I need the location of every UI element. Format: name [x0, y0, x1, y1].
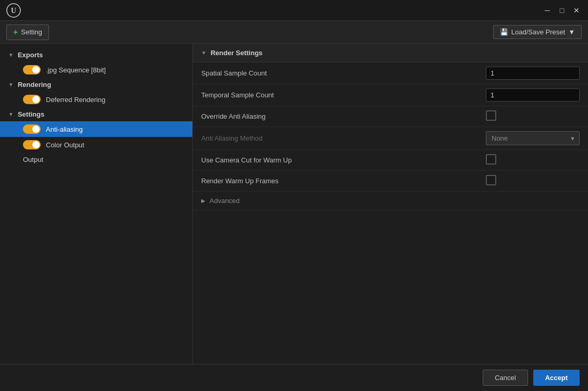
add-setting-label: Setting — [21, 28, 42, 36]
override-anti-aliasing-checkbox[interactable] — [486, 110, 496, 121]
anti-aliasing-method-select[interactable]: None FXAA TAA MSAA — [486, 131, 580, 145]
anti-aliasing-label: Anti-aliasing — [46, 125, 83, 133]
cancel-button[interactable]: Cancel — [483, 370, 528, 386]
accept-button[interactable]: Accept — [533, 370, 580, 386]
svg-text:U: U — [11, 7, 16, 15]
override-anti-aliasing-row: Override Anti Aliasing — [193, 106, 588, 127]
jpg-sequence-toggle[interactable] — [23, 65, 41, 74]
advanced-label: Advanced — [210, 197, 240, 205]
title-bar: U ─ □ ✕ — [0, 0, 588, 21]
load-save-label: Load/Save Preset — [511, 28, 565, 36]
settings-label: Settings — [18, 110, 44, 118]
anti-aliasing-method-label: Anti Aliasing Method — [201, 134, 486, 142]
sidebar-section-exports[interactable]: ▼ Exports — [0, 48, 192, 62]
sidebar-item-color-output[interactable]: Color Output — [0, 137, 192, 153]
plus-icon: + — [13, 28, 18, 37]
exports-label: Exports — [18, 51, 43, 59]
override-anti-aliasing-value — [486, 110, 580, 122]
deferred-rendering-label: Deferred Rendering — [46, 96, 105, 104]
temporal-sample-count-input[interactable] — [486, 89, 580, 102]
render-warm-up-row: Render Warm Up Frames — [193, 171, 588, 192]
sidebar-item-jpg-sequence[interactable]: .jpg Sequence [8bit] — [0, 62, 192, 78]
use-camera-cut-row: Use Camera Cut for Warm Up — [193, 150, 588, 171]
toolbar: + Setting 💾 Load/Save Preset ▼ — [0, 21, 588, 44]
settings-chevron-icon: ▼ — [8, 111, 14, 117]
color-output-label: Color Output — [46, 141, 84, 149]
use-camera-cut-checkbox[interactable] — [486, 154, 496, 165]
minimize-button[interactable]: ─ — [542, 5, 553, 16]
sidebar-section-rendering[interactable]: ▼ Rendering — [0, 78, 192, 92]
anti-aliasing-toggle[interactable] — [23, 124, 41, 134]
render-settings-chevron-icon: ▼ — [201, 50, 206, 56]
temporal-sample-count-row: Temporal Sample Count — [193, 84, 588, 106]
sidebar-item-anti-aliasing[interactable]: Anti-aliasing — [0, 121, 192, 137]
maximize-button[interactable]: □ — [557, 5, 567, 16]
temporal-sample-count-value — [486, 89, 580, 102]
output-label: Output — [23, 156, 43, 163]
content-area: ▼ Render Settings Spatial Sample Count T… — [193, 44, 588, 364]
add-setting-button[interactable]: + Setting — [6, 24, 49, 40]
advanced-row[interactable]: ▶ Advanced — [193, 192, 588, 210]
color-output-toggle[interactable] — [23, 140, 41, 149]
render-warm-up-checkbox[interactable] — [486, 175, 496, 185]
load-save-preset-button[interactable]: 💾 Load/Save Preset ▼ — [493, 25, 582, 39]
dropdown-arrow-icon: ▼ — [568, 28, 575, 36]
anti-aliasing-method-value: None FXAA TAA MSAA ▼ — [486, 131, 580, 145]
bottom-bar: Cancel Accept — [0, 364, 588, 391]
title-bar-left: U — [6, 3, 21, 18]
render-warm-up-label: Render Warm Up Frames — [201, 177, 486, 185]
rendering-label: Rendering — [18, 81, 51, 89]
render-settings-header[interactable]: ▼ Render Settings — [193, 44, 588, 62]
sidebar-section-settings[interactable]: ▼ Settings — [0, 107, 192, 121]
advanced-chevron-icon: ▶ — [201, 198, 205, 204]
use-camera-cut-value — [486, 154, 580, 166]
render-settings-title: Render Settings — [211, 49, 263, 57]
main-layout: ▼ Exports .jpg Sequence [8bit] ▼ Renderi… — [0, 44, 588, 364]
use-camera-cut-label: Use Camera Cut for Warm Up — [201, 156, 486, 164]
override-anti-aliasing-label: Override Anti Aliasing — [201, 112, 486, 120]
save-icon: 💾 — [500, 28, 508, 36]
exports-chevron-icon: ▼ — [8, 52, 14, 58]
ue-logo-icon: U — [6, 3, 21, 18]
spatial-sample-count-row: Spatial Sample Count — [193, 62, 588, 84]
spatial-sample-count-label: Spatial Sample Count — [201, 69, 486, 77]
sidebar-item-deferred-rendering[interactable]: Deferred Rendering — [0, 92, 192, 107]
deferred-rendering-toggle[interactable] — [23, 95, 41, 104]
sidebar: ▼ Exports .jpg Sequence [8bit] ▼ Renderi… — [0, 44, 193, 364]
spatial-sample-count-input[interactable] — [486, 67, 580, 80]
rendering-chevron-icon: ▼ — [8, 82, 14, 87]
jpg-sequence-label: .jpg Sequence [8bit] — [46, 66, 106, 74]
anti-aliasing-method-row: Anti Aliasing Method None FXAA TAA MSAA … — [193, 127, 588, 150]
temporal-sample-count-label: Temporal Sample Count — [201, 91, 486, 99]
spatial-sample-count-value — [486, 67, 580, 80]
sidebar-item-output[interactable]: Output — [0, 153, 192, 167]
render-warm-up-value — [486, 175, 580, 187]
close-button[interactable]: ✕ — [571, 5, 582, 16]
title-bar-controls: ─ □ ✕ — [542, 5, 582, 16]
